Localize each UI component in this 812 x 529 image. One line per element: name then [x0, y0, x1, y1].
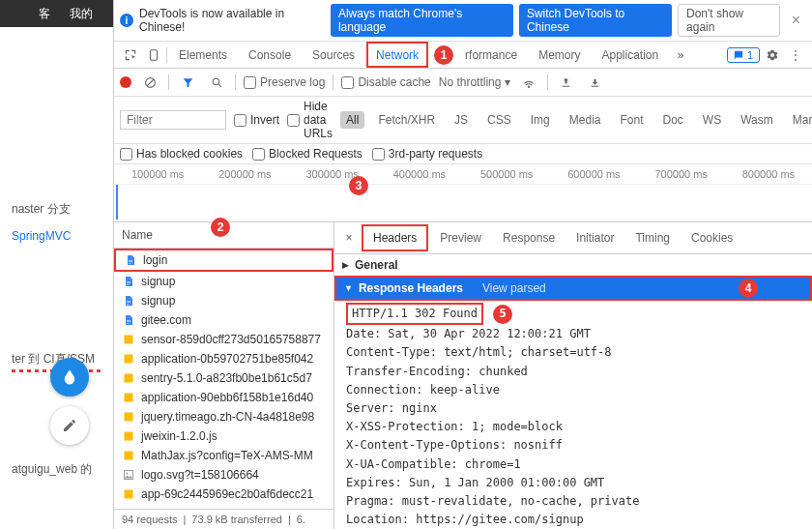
- filter-bar-2: Has blocked cookies Blocked Requests 3rd…: [114, 144, 812, 164]
- svg-line-4: [218, 84, 221, 87]
- chevron-down-icon: ▼: [344, 283, 353, 293]
- filter-icon[interactable]: [177, 72, 198, 93]
- request-row[interactable]: jweixin-1.2.0.js: [114, 426, 334, 446]
- tab-performance[interactable]: rformance: [455, 42, 527, 68]
- svg-line-2: [147, 79, 154, 86]
- svg-rect-6: [125, 355, 133, 364]
- xhr-file-icon: [122, 391, 135, 404]
- match-language-button[interactable]: Always match Chrome's language: [331, 4, 513, 37]
- js-file-icon: [122, 449, 135, 462]
- close-icon[interactable]: ×: [786, 12, 806, 29]
- request-row[interactable]: signup: [114, 291, 334, 310]
- console-issues-badge[interactable]: 1: [727, 47, 760, 63]
- tab-cookies[interactable]: Cookies: [682, 226, 742, 250]
- header-line: Expires: Sun, 1 Jan 2000 01:00:00 GMT: [346, 474, 800, 492]
- tab-headers[interactable]: Headers: [362, 224, 428, 251]
- type-wasm[interactable]: Wasm: [735, 111, 779, 129]
- xhr-file-icon: [122, 333, 135, 346]
- host-link[interactable]: naster 分支: [8, 195, 105, 223]
- device-toolbar-icon[interactable]: [143, 44, 164, 66]
- blocked-requests-checkbox[interactable]: Blocked Requests: [252, 147, 362, 161]
- request-row[interactable]: application-0b59702751be85f042: [114, 349, 334, 368]
- type-font[interactable]: Font: [614, 111, 649, 129]
- type-media[interactable]: Media: [564, 111, 607, 129]
- request-row[interactable]: login: [114, 249, 334, 272]
- tab-initiator[interactable]: Initiator: [566, 226, 624, 250]
- tab-console[interactable]: Console: [239, 42, 301, 68]
- header-label-guest: 客: [29, 0, 60, 28]
- throttling-select[interactable]: No throttling ▾: [439, 75, 510, 89]
- request-name: logo.svg?t=158106664: [141, 468, 259, 482]
- type-all[interactable]: All: [340, 111, 364, 129]
- svg-rect-8: [125, 394, 133, 402]
- type-doc[interactable]: Doc: [656, 111, 688, 129]
- request-row[interactable]: logo.svg?t=158106664: [114, 465, 334, 485]
- header-label-mine[interactable]: 我的: [60, 0, 102, 28]
- host-link[interactable]: atguigu_web 的: [8, 456, 105, 484]
- record-button[interactable]: [120, 76, 131, 88]
- fab-blue[interactable]: [50, 358, 89, 397]
- download-icon[interactable]: [585, 72, 606, 93]
- search-icon[interactable]: [206, 72, 227, 93]
- tab-application[interactable]: Application: [592, 42, 668, 68]
- request-row[interactable]: sensor-859d0cff273d50165758877: [114, 330, 334, 349]
- request-row[interactable]: sentry-5.1.0-a823fb0be1b61c5d7: [114, 368, 334, 388]
- network-toolbar: Preserve log Disable cache No throttling…: [114, 69, 812, 97]
- tab-response[interactable]: Response: [493, 226, 565, 250]
- tab-memory[interactable]: Memory: [529, 42, 590, 68]
- close-detail-icon[interactable]: ×: [338, 227, 360, 249]
- request-row[interactable]: jquery.timeago.zh-CN-4a4818e98: [114, 407, 334, 426]
- more-tabs-icon[interactable]: »: [670, 44, 691, 66]
- svg-point-13: [127, 473, 129, 475]
- blocked-cookies-checkbox[interactable]: Has blocked cookies: [120, 147, 243, 161]
- view-parsed-link[interactable]: View parsed: [482, 281, 546, 295]
- type-ws[interactable]: WS: [697, 111, 727, 129]
- request-name: application-0b59702751be85f042: [141, 352, 313, 366]
- info-text: DevTools is now available in Chinese!: [139, 7, 325, 34]
- js-file-icon: [122, 371, 135, 385]
- upload-icon[interactable]: [556, 72, 577, 93]
- water-drop-icon: [61, 368, 78, 386]
- type-css[interactable]: CSS: [481, 111, 517, 129]
- img-file-icon: [122, 468, 135, 482]
- tab-preview[interactable]: Preview: [430, 226, 491, 250]
- request-name: MathJax.js?config=TeX-AMS-MM: [141, 449, 313, 462]
- tab-elements[interactable]: Elements: [169, 42, 237, 68]
- xhr-file-icon: [122, 487, 135, 501]
- type-manifest[interactable]: Manifest: [787, 111, 812, 129]
- type-fetchxhr[interactable]: Fetch/XHR: [372, 111, 441, 129]
- general-section-header[interactable]: ▶ General: [334, 254, 812, 276]
- tab-timing[interactable]: Timing: [625, 226, 680, 250]
- wifi-icon[interactable]: [518, 72, 539, 93]
- clear-icon[interactable]: [139, 72, 160, 93]
- switch-language-button[interactable]: Switch DevTools to Chinese: [519, 4, 672, 37]
- status-bar: 94 requests | 73.9 kB transferred | 6.: [114, 509, 334, 529]
- dismiss-button[interactable]: Don't show again: [678, 4, 780, 37]
- type-img[interactable]: Img: [525, 111, 556, 129]
- request-row[interactable]: MathJax.js?config=TeX-AMS-MM: [114, 446, 334, 465]
- request-row[interactable]: signup: [114, 272, 334, 291]
- hide-data-urls-checkbox[interactable]: Hide data URLs: [287, 100, 333, 140]
- preserve-log-checkbox[interactable]: Preserve log: [244, 75, 325, 89]
- settings-icon[interactable]: [762, 44, 783, 66]
- request-row[interactable]: gitee.com: [114, 310, 334, 330]
- request-row[interactable]: app-69c2445969ec2b0af6decc21: [114, 485, 334, 504]
- disable-cache-checkbox[interactable]: Disable cache: [341, 75, 430, 89]
- kebab-menu-icon[interactable]: ⋮: [785, 44, 806, 66]
- annotation-badge-1: 1: [434, 45, 453, 65]
- timeline-overview[interactable]: 100000 ms200000 ms300000 ms400000 ms5000…: [114, 164, 812, 222]
- tab-network[interactable]: Network: [366, 42, 428, 68]
- invert-checkbox[interactable]: Invert: [234, 113, 279, 127]
- tab-sources[interactable]: Sources: [303, 42, 364, 68]
- third-party-checkbox[interactable]: 3rd-party requests: [372, 147, 482, 161]
- inspect-element-icon[interactable]: [120, 44, 141, 66]
- request-row[interactable]: application-90ebb6f158b1e16d40: [114, 388, 334, 407]
- fab-edit[interactable]: [50, 406, 89, 445]
- type-js[interactable]: JS: [449, 111, 474, 129]
- svg-rect-0: [151, 49, 158, 60]
- host-link[interactable]: SpringMVC: [8, 223, 105, 249]
- annotation-badge-3: 3: [349, 176, 368, 195]
- filter-input[interactable]: [120, 110, 226, 130]
- xhr-file-icon: [122, 352, 135, 366]
- header-line: X-XSS-Protection: 1; mode=block: [346, 418, 800, 436]
